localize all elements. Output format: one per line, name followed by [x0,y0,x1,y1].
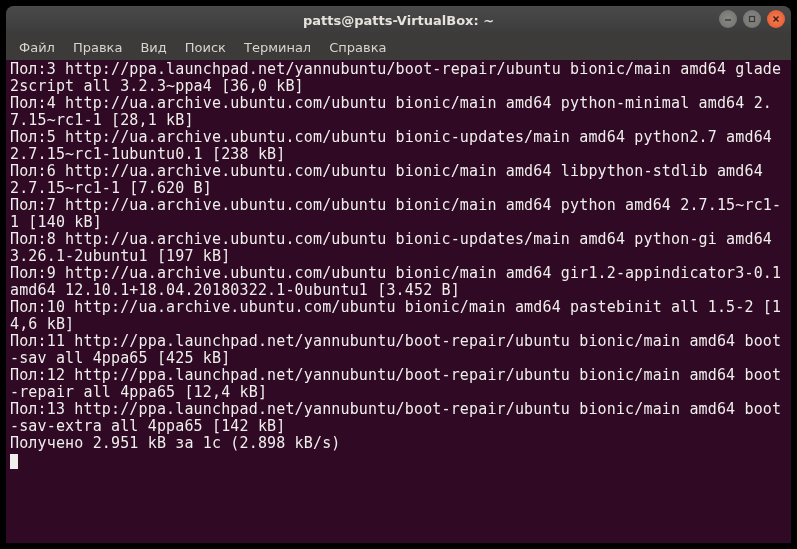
terminal-cursor-line [10,452,787,469]
close-button[interactable] [767,10,785,28]
menu-search[interactable]: Поиск [176,37,235,58]
terminal-line: Пол:7 http://ua.archive.ubuntu.com/ubunt… [10,197,787,231]
menu-view[interactable]: Вид [131,37,175,58]
terminal-line: Пол:11 http://ppa.launchpad.net/yannubun… [10,333,787,367]
terminal-line: Пол:5 http://ua.archive.ubuntu.com/ubunt… [10,129,787,163]
menubar: Файл Правка Вид Поиск Терминал Справка [6,34,791,60]
minimize-button[interactable] [719,10,737,28]
terminal-line: Пол:13 http://ppa.launchpad.net/yannubun… [10,401,787,435]
terminal-line: Пол:9 http://ua.archive.ubuntu.com/ubunt… [10,265,787,299]
menu-file[interactable]: Файл [10,37,64,58]
maximize-button[interactable] [743,10,761,28]
maximize-icon [747,14,757,24]
terminal-line: Пол:10 http://ua.archive.ubuntu.com/ubun… [10,299,787,333]
menu-edit[interactable]: Правка [64,37,131,58]
menu-terminal[interactable]: Терминал [235,37,320,58]
svg-rect-1 [750,17,755,22]
minimize-icon [723,14,733,24]
terminal-line: Пол:3 http://ppa.launchpad.net/yannubunt… [10,61,787,95]
menu-help[interactable]: Справка [320,37,395,58]
cursor-icon [10,454,18,469]
window-controls [719,10,785,28]
terminal-line: Пол:4 http://ua.archive.ubuntu.com/ubunt… [10,95,787,129]
terminal-line: Пол:8 http://ua.archive.ubuntu.com/ubunt… [10,231,787,265]
terminal-line: Пол:12 http://ppa.launchpad.net/yannubun… [10,367,787,401]
window-title: patts@patts-VirtualBox: ~ [303,13,494,28]
terminal-output[interactable]: Пол:3 http://ppa.launchpad.net/yannubunt… [6,60,791,543]
terminal-line: Пол:6 http://ua.archive.ubuntu.com/ubunt… [10,163,787,197]
close-icon [771,14,781,24]
titlebar: patts@patts-VirtualBox: ~ [6,6,791,34]
terminal-window: patts@patts-VirtualBox: ~ Файл Правка Ви… [6,6,791,543]
terminal-line: Получено 2.951 kB за 1с (2.898 kB/s) [10,435,787,452]
